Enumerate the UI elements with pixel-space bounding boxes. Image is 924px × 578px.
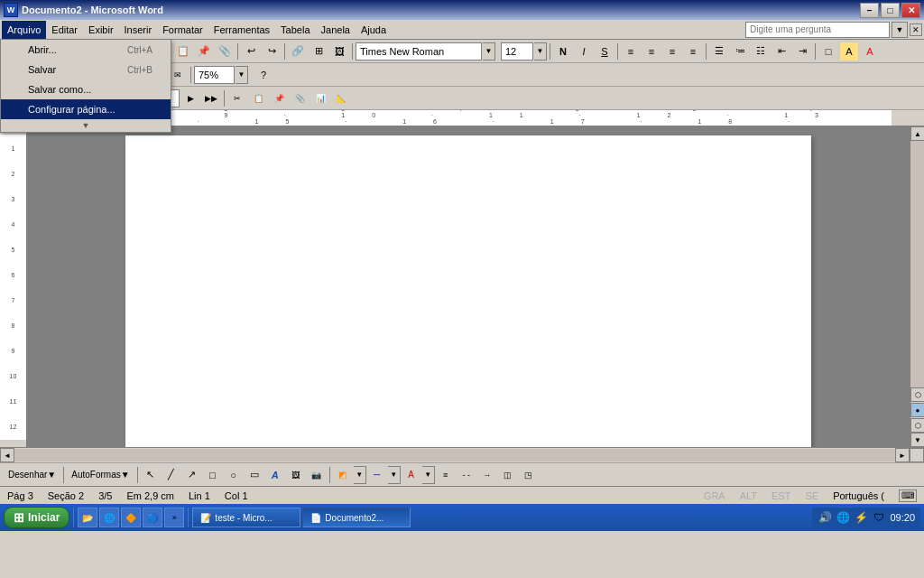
font-color-draw-arrow[interactable]: ▼ <box>422 466 435 484</box>
undo-btn[interactable]: ↩ <box>241 42 261 61</box>
numbering-btn[interactable]: ☷ <box>751 42 771 61</box>
arrow-style-btn[interactable]: → <box>477 465 497 485</box>
menu-ajuda[interactable]: Ajuda <box>356 21 392 39</box>
clock: 09:20 <box>890 512 915 523</box>
bottom-scrollbar: ◄ ► <box>0 447 924 462</box>
font-size-arrow[interactable]: ▼ <box>534 42 547 61</box>
wordart-btn[interactable]: A <box>265 465 285 485</box>
textbox-btn[interactable]: ▭ <box>245 465 264 485</box>
cursor-btn[interactable]: ↖ <box>141 465 161 485</box>
menu-exibir[interactable]: Exibir <box>83 21 119 39</box>
vertical-scrollbar: ▲ ⬡ ● ⬡ ▼ <box>910 126 924 447</box>
scroll-right-btn[interactable]: ► <box>895 448 910 462</box>
redo-btn[interactable]: ↪ <box>262 42 282 61</box>
document-page[interactable] <box>125 135 811 447</box>
hyperlink-btn[interactable]: 🔗 <box>288 42 308 61</box>
highlight-btn[interactable]: A <box>839 42 859 61</box>
underline-btn[interactable]: S <box>595 42 614 61</box>
taskbar-item-1[interactable]: 📝 teste - Micro... <box>192 508 300 527</box>
clip-btn[interactable]: 🖼 <box>286 465 306 485</box>
menu-ferramentas[interactable]: Ferramentas <box>208 21 275 39</box>
taskbar-icon-4[interactable]: 🔵 <box>143 508 162 527</box>
title-bar: W Documento2 - Microsoft Word – □ ✕ <box>0 0 924 20</box>
menu-search-input[interactable] <box>745 22 890 38</box>
menu-arquivo[interactable]: Arquivo <box>2 21 46 39</box>
menu-search-arrow[interactable]: ▼ <box>892 22 908 38</box>
scroll-left-btn[interactable]: ◄ <box>0 448 14 462</box>
line-spacing-btn[interactable]: ☰ <box>709 42 729 61</box>
3d-btn[interactable]: ◳ <box>519 465 539 485</box>
line-color-btn[interactable]: ─ <box>367 465 387 485</box>
font-color-btn[interactable]: A <box>860 42 880 61</box>
align-right-btn[interactable]: ≡ <box>662 42 682 61</box>
menu-abrir[interactable]: Abrir... Ctrl+A <box>1 40 171 60</box>
insert-img-btn[interactable]: 📷 <box>307 465 327 485</box>
taskbar-item-2[interactable]: 📄 Documento2... <box>302 508 411 527</box>
zoom-arrow[interactable]: ▼ <box>236 66 248 84</box>
shadow-btn[interactable]: ◫ <box>498 465 518 485</box>
taskbar-icon-3[interactable]: 🔶 <box>121 508 141 527</box>
tb3-btn7[interactable]: 📌 <box>269 89 289 108</box>
line-color-arrow[interactable]: ▼ <box>388 466 401 484</box>
taskbar-icon-1[interactable]: 📂 <box>78 508 97 527</box>
image-btn[interactable]: 🖼 <box>329 42 349 61</box>
line-style-btn[interactable]: ≡ <box>436 465 456 485</box>
oval-btn[interactable]: ○ <box>224 465 244 485</box>
fill-arrow[interactable]: ▼ <box>354 466 366 484</box>
tb3-btn3[interactable]: ▶ <box>180 89 200 108</box>
font-color-draw-btn[interactable]: A <box>402 465 421 485</box>
copy-btn[interactable]: 📋 <box>173 42 193 61</box>
scroll-select-browse[interactable]: ● <box>910 403 924 417</box>
paste-btn[interactable]: 📌 <box>194 42 214 61</box>
font-name-arrow[interactable]: ▼ <box>483 42 495 61</box>
italic-btn[interactable]: I <box>574 42 594 61</box>
line-btn[interactable]: ╱ <box>162 465 181 485</box>
tb3-btn10[interactable]: 📐 <box>331 89 351 108</box>
close-button[interactable]: ✕ <box>901 3 920 18</box>
autoformas-btn[interactable]: AutoFormas▼ <box>67 469 134 480</box>
bold-btn[interactable]: N <box>553 42 573 61</box>
arrow-btn[interactable]: ↗ <box>182 465 202 485</box>
zoom-box: 75% <box>194 66 235 84</box>
menu-editar[interactable]: Editar <box>46 21 83 39</box>
border-btn[interactable]: □ <box>818 42 838 61</box>
tb3-btn9[interactable]: 📊 <box>310 89 330 108</box>
tb3-btn8[interactable]: 📎 <box>290 89 310 108</box>
menu-inserir[interactable]: Inserir <box>119 21 158 39</box>
menu-tabela[interactable]: Tabela <box>275 21 315 39</box>
align-left-btn[interactable]: ≡ <box>621 42 641 61</box>
menu-configurar-pagina[interactable]: Configurar página... <box>1 99 171 119</box>
scroll-prev-page[interactable]: ⬡ <box>910 387 924 402</box>
bullets-btn[interactable]: ≔ <box>730 42 750 61</box>
fill-color-btn[interactable]: ◩ <box>333 465 353 485</box>
minimize-button[interactable]: – <box>860 3 879 18</box>
help-btn[interactable]: ? <box>254 65 273 85</box>
scroll-next-page[interactable]: ⬡ <box>910 418 924 433</box>
tb3-btn5[interactable]: ✂ <box>227 89 247 108</box>
scroll-down-btn[interactable]: ▼ <box>910 433 924 447</box>
align-center-btn[interactable]: ≡ <box>642 42 661 61</box>
justify-btn[interactable]: ≡ <box>683 42 703 61</box>
start-button[interactable]: ⊞ Iniciar <box>4 507 69 528</box>
rect-btn[interactable]: □ <box>203 465 223 485</box>
scroll-track[interactable] <box>910 141 924 387</box>
menu-search-close[interactable]: ✕ <box>910 23 922 36</box>
tb3-btn6[interactable]: 📋 <box>248 89 268 108</box>
taskbar-sep2 <box>188 508 189 527</box>
scroll-up-btn[interactable]: ▲ <box>910 126 924 141</box>
draw-btn[interactable]: Desenhar▼ <box>4 469 60 480</box>
menu-janela[interactable]: Janela <box>316 21 356 39</box>
increase-indent-btn[interactable]: ⇥ <box>792 42 812 61</box>
dash-style-btn[interactable]: - - <box>457 465 476 485</box>
menu-salvar-como[interactable]: Salvar como... <box>1 79 171 99</box>
h-scroll-track[interactable] <box>14 449 895 461</box>
tb3-btn4[interactable]: ▶▶ <box>201 89 221 108</box>
table-btn[interactable]: ⊞ <box>309 42 328 61</box>
maximize-button[interactable]: □ <box>881 3 900 18</box>
taskbar-more[interactable]: » <box>164 508 184 527</box>
menu-formatar[interactable]: Formatar <box>157 21 208 39</box>
decrease-indent-btn[interactable]: ⇤ <box>772 42 791 61</box>
taskbar-icon-2[interactable]: 🌐 <box>99 508 119 527</box>
menu-salvar[interactable]: Salvar Ctrl+B <box>1 60 171 79</box>
paste-special-btn[interactable]: 📎 <box>215 42 235 61</box>
